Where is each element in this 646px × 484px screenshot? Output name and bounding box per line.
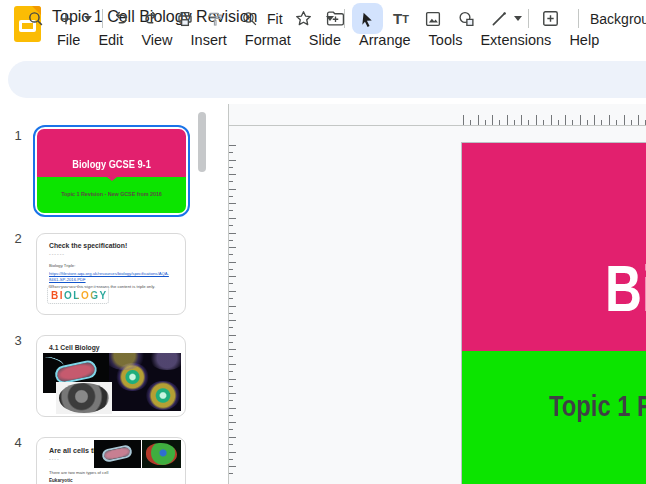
zoom-select-dropdown[interactable] (324, 0, 336, 37)
slide-4-thumbnail[interactable]: Are all cells the same? ---- There are t… (36, 437, 186, 484)
insert-image-button[interactable] (423, 0, 443, 37)
chevron-down-icon (84, 16, 92, 21)
slide-canvas: Biology GCSE 9-1 Topic 1 Revision - New … (228, 104, 646, 484)
slide-2-number: 2 (8, 231, 28, 246)
toolbar-divider (344, 9, 345, 28)
fluorescent-cell-image (142, 440, 181, 468)
chevron-down-icon (514, 16, 522, 21)
insert-line-button[interactable] (489, 0, 509, 37)
slide-3-thumbnail[interactable]: 4.1 Cell Biology (36, 335, 186, 417)
cursor-arrow-icon (359, 10, 376, 28)
horizontal-ruler-ticks-minor (470, 120, 646, 125)
toolbar-divider (102, 9, 103, 28)
new-slide-dropdown[interactable] (82, 0, 94, 37)
insert-shape-button[interactable] (455, 0, 477, 37)
slide-subtitle-text[interactable]: Topic 1 Revision - New GCSE from 2016 (549, 392, 646, 421)
background-button[interactable]: Background (590, 0, 646, 37)
search-menus-button[interactable] (25, 0, 45, 37)
slide-4-number: 4 (8, 435, 28, 450)
google-slides-window: Topic 1 Cell Biology Revision File Edit … (0, 0, 646, 484)
thumb1-notch (107, 177, 117, 181)
thumb2-biology-wordart: BIOLOGY (51, 290, 108, 301)
current-slide-page[interactable]: Biology GCSE 9-1 Topic 1 Revision - New … (461, 142, 646, 484)
thumb2-title: Check the specification! (49, 242, 127, 249)
horizontal-ruler (228, 125, 646, 126)
new-slide-button[interactable] (57, 0, 75, 37)
thumb3-title: 4.1 Cell Biology (49, 344, 100, 351)
slide-1-number: 1 (8, 128, 28, 143)
toolbar-divider (528, 9, 529, 28)
thumb2-link: https://filestore.aqa.org.uk/resources/b… (49, 271, 171, 284)
toolbar (8, 61, 646, 98)
filmstrip-scrollbar[interactable] (198, 112, 206, 172)
fluorescent-cells-image (109, 353, 181, 411)
thumb2-dashes: ------ (49, 251, 65, 257)
thumb4-dashes: ---- (49, 456, 60, 462)
paint-format-button[interactable] (205, 0, 225, 37)
thumb4-term: Eukaryotic (49, 478, 73, 483)
zoom-in-icon[interactable] (239, 0, 259, 37)
text-box-icon: T (393, 10, 402, 27)
insert-line-dropdown[interactable] (512, 0, 524, 37)
star-icon[interactable] (294, 9, 313, 28)
text-box-button[interactable]: TT (388, 0, 414, 37)
electron-micrograph-image (56, 382, 112, 414)
vertical-ruler-ticks-minor (229, 152, 233, 474)
thumb4-intro: There are two main types of cell (49, 470, 108, 475)
print-button[interactable] (175, 0, 195, 37)
slide-2-thumbnail[interactable]: Check the specification! ------ Biology … (36, 233, 186, 315)
thumb2-label: Biology Triple: (49, 263, 75, 268)
thumb1-subtitle: Topic 1 Revision - New GCSE from 2016 (41, 191, 183, 197)
slide-1-thumbnail-selected[interactable]: Biology GCSE 9-1 Topic 1 Revision - New … (33, 125, 190, 217)
slide-title-text[interactable]: Biology GCSE 9-1 (605, 257, 646, 321)
select-tool-button[interactable] (352, 3, 383, 34)
insert-comment-button[interactable] (538, 0, 562, 37)
toolbar-divider (578, 9, 579, 28)
bacterium-micrograph-image (94, 440, 141, 468)
chevron-down-icon (326, 16, 334, 21)
undo-button[interactable] (110, 0, 130, 37)
zoom-select[interactable]: Fit (267, 0, 291, 37)
slide-3-number: 3 (8, 333, 28, 348)
thumb1-title: Biology GCSE 9-1 (46, 158, 177, 170)
redo-button[interactable] (142, 0, 162, 37)
